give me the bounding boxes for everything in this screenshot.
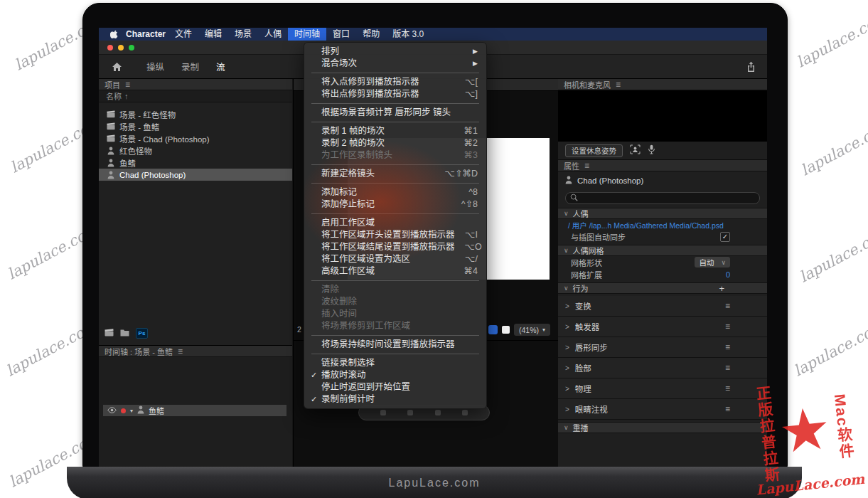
- section-mesh[interactable]: ∨ 人偶网格: [558, 245, 767, 256]
- search-input[interactable]: [565, 192, 760, 204]
- menu-item[interactable]: 排列▶: [304, 46, 486, 58]
- control-icon[interactable]: [435, 410, 441, 415]
- home-icon[interactable]: [112, 62, 122, 72]
- menubar: Character 文件编辑场景人偶时间轴窗口帮助版本 3.0: [99, 28, 767, 41]
- behavior-row[interactable]: >触发器≡: [558, 317, 767, 337]
- menubar-item[interactable]: 文件: [168, 28, 198, 41]
- workspace-tab[interactable]: 录制: [173, 60, 208, 73]
- menu-item[interactable]: 添加标记^8: [304, 186, 486, 198]
- color-swatch-white[interactable]: [502, 326, 510, 334]
- menu-item-list: 排列▶混合场次▶将入点修剪到播放指示器⌥[将出点修剪到播放指示器⌥]根据场景音频…: [304, 46, 486, 406]
- project-item[interactable]: 场景 - Chad (Photoshop): [99, 132, 292, 144]
- minimize-button[interactable]: [118, 45, 124, 51]
- timeline-track[interactable]: ▾ 鱼鳍: [103, 405, 286, 416]
- panel-menu-icon[interactable]: ≡: [725, 302, 730, 310]
- panel-menu-icon[interactable]: ≡: [584, 161, 589, 170]
- add-behavior-button[interactable]: +: [719, 283, 724, 294]
- project-item[interactable]: 鱼鳍: [99, 157, 292, 169]
- source-path-link[interactable]: / 用户 /lap...h Media/Gathered Media/Chad.…: [568, 220, 724, 231]
- check-icon: ✓: [311, 393, 317, 406]
- color-swatch-blue[interactable]: [488, 325, 498, 334]
- project-item-label: 场景 - Chad (Photoshop): [119, 133, 210, 144]
- zoom-button[interactable]: [129, 45, 134, 51]
- control-icon[interactable]: [380, 410, 386, 415]
- section-behaviors[interactable]: ∨ 行为 +: [558, 282, 767, 294]
- panel-menu-icon[interactable]: ≡: [725, 364, 730, 372]
- share-icon[interactable]: [746, 61, 756, 73]
- set-rest-pose-button[interactable]: 设置休息姿势: [565, 144, 623, 157]
- menubar-item[interactable]: 编辑: [198, 28, 228, 41]
- menu-item[interactable]: 将工作区域开头设置到播放指示器⌥I: [304, 229, 486, 241]
- menu-shortcut: ⌘4: [464, 265, 478, 277]
- auto-sync-checkbox[interactable]: ✓: [720, 232, 730, 242]
- panel-menu-icon[interactable]: ≡: [725, 384, 730, 393]
- puppet-icon: [137, 406, 144, 415]
- menu-item[interactable]: ✓录制前倒计时: [304, 393, 486, 406]
- behavior-row[interactable]: >唇形同步≡: [558, 337, 767, 358]
- project-item[interactable]: 红色怪物: [99, 144, 292, 157]
- eye-icon[interactable]: [107, 406, 117, 415]
- panel-menu-icon[interactable]: ≡: [725, 343, 730, 351]
- menu-item[interactable]: 将场景持续时间设置到播放指示器: [304, 339, 486, 351]
- control-icon[interactable]: [462, 410, 468, 415]
- menu-item[interactable]: 录制 1 帧的场次⌘1: [304, 125, 486, 137]
- menu-item[interactable]: 混合场次▶: [304, 58, 486, 70]
- project-item[interactable]: Chad (Photoshop): [99, 169, 292, 181]
- clapperboard-icon[interactable]: [105, 327, 114, 339]
- close-button[interactable]: [107, 45, 113, 51]
- project-name-header[interactable]: 名称 ↑: [99, 90, 292, 102]
- menu-item[interactable]: 将工作区域设置为选区⌥/: [304, 253, 486, 265]
- behavior-row[interactable]: >眼睛注视≡: [558, 399, 767, 420]
- folder-icon[interactable]: [120, 327, 129, 339]
- menu-item[interactable]: 高级工作区域⌘4: [304, 265, 486, 277]
- chevron-down-icon[interactable]: ▾: [130, 408, 133, 414]
- menubar-item[interactable]: 场景: [228, 28, 258, 41]
- photoshop-badge[interactable]: Ps: [136, 328, 148, 339]
- menu-item-label: 新建定格镜头: [321, 168, 435, 180]
- menu-item[interactable]: 停止时返回到开始位置: [304, 381, 486, 393]
- record-arm-icon[interactable]: [121, 408, 126, 413]
- menu-item[interactable]: 启用工作区域: [304, 217, 486, 229]
- microphone-icon[interactable]: [648, 144, 655, 157]
- menu-item[interactable]: 将入点修剪到播放指示器⌥[: [304, 76, 486, 88]
- apple-icon[interactable]: [110, 29, 119, 39]
- zoom-dropdown[interactable]: (41%) ▾: [514, 324, 550, 336]
- section-replay[interactable]: ∨ 重播: [558, 422, 767, 433]
- panel-menu-icon[interactable]: ≡: [616, 80, 621, 89]
- person-frame-icon[interactable]: [630, 144, 641, 157]
- puppet-icon: [106, 171, 115, 179]
- menubar-item[interactable]: 窗口: [326, 28, 356, 41]
- caret-down-icon: ∨: [564, 285, 569, 292]
- section-puppet[interactable]: ∨ 人偶: [558, 208, 767, 219]
- panel-menu-icon[interactable]: ≡: [725, 405, 730, 413]
- panel-menu-icon[interactable]: ≡: [178, 347, 183, 356]
- menu-item[interactable]: 将出点修剪到播放指示器⌥]: [304, 88, 486, 100]
- menu-item[interactable]: 根据场景音频计算 唇形同步 镜头: [304, 107, 486, 119]
- menu-item[interactable]: 新建定格镜头⌥⇧⌘D: [304, 168, 486, 180]
- menubar-app-name[interactable]: Character: [126, 29, 166, 39]
- menu-item[interactable]: 将工作区域结尾设置到播放指示器⌥O: [304, 241, 486, 253]
- menubar-item[interactable]: 帮助: [356, 28, 386, 41]
- panel-menu-icon[interactable]: ≡: [125, 80, 130, 89]
- workspace-tab[interactable]: 操纵: [138, 60, 173, 73]
- menu-item-label: 添加标记: [321, 186, 459, 198]
- behavior-row[interactable]: >变换≡: [558, 296, 767, 317]
- mesh-expansion-value[interactable]: 0: [726, 270, 730, 279]
- menubar-item[interactable]: 人偶: [258, 28, 288, 41]
- menubar-item[interactable]: 版本 3.0: [386, 28, 430, 41]
- menu-item[interactable]: 链接录制选择: [304, 357, 486, 369]
- menubar-item[interactable]: 时间轴: [288, 28, 326, 41]
- project-item[interactable]: 场景 - 红色怪物: [99, 108, 292, 120]
- menu-item[interactable]: ✓播放时滚动: [304, 369, 486, 381]
- control-icon[interactable]: [407, 410, 413, 415]
- project-item[interactable]: 场景 - 鱼鳍: [99, 120, 292, 132]
- selected-puppet-row[interactable]: Chad (Photoshop): [558, 171, 767, 190]
- behavior-row[interactable]: >脸部≡: [558, 358, 767, 378]
- menu-item-label: 将场景持续时间设置到播放指示器: [321, 339, 478, 351]
- menu-item[interactable]: 添加停止标记^⇧8: [304, 198, 486, 211]
- panel-menu-icon[interactable]: ≡: [725, 322, 730, 331]
- menu-item[interactable]: 录制 2 帧的场次⌘2: [304, 137, 486, 149]
- workspace-tab[interactable]: 流: [208, 60, 234, 73]
- mesh-shape-dropdown[interactable]: 自动 ∨: [695, 257, 730, 267]
- workspace-tabs: 操纵录制流: [138, 60, 234, 73]
